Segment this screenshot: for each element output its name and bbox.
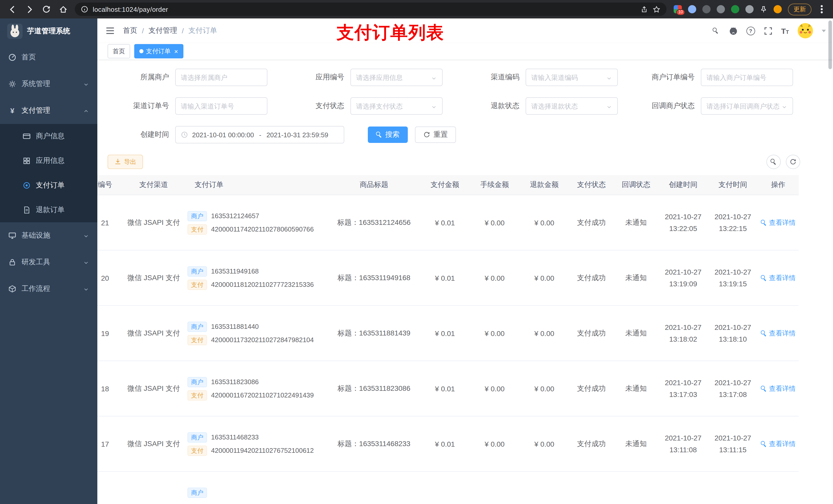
- sidebar-item-pay-order[interactable]: 支付订单: [0, 173, 97, 198]
- breadcrumb-home[interactable]: 首页: [123, 26, 137, 35]
- app-select[interactable]: [351, 69, 443, 86]
- sidebar-item-refund-order[interactable]: 退款订单: [0, 198, 97, 222]
- back-icon[interactable]: [8, 5, 17, 14]
- refund-amount: ¥ 0.00: [520, 250, 569, 306]
- sidebar-item-label: 基础设施: [22, 231, 50, 240]
- sidebar-item-merchant-info[interactable]: 商户信息: [0, 124, 97, 148]
- channel-code-select[interactable]: [526, 69, 618, 86]
- create-time-range-picker[interactable]: 2021-10-01 00:00:00 - 2021-10-31 23:59:5…: [175, 126, 344, 143]
- view-detail-link[interactable]: 查看详情: [761, 384, 795, 393]
- extension-icon-5[interactable]: [731, 5, 739, 13]
- date-separator: -: [259, 131, 261, 139]
- col-paid: 支付时间: [708, 175, 758, 195]
- reload-icon[interactable]: [42, 5, 51, 14]
- callback-status-input[interactable]: [707, 102, 779, 110]
- sidebar-item-infra[interactable]: 基础设施: [0, 222, 97, 249]
- search-icon[interactable]: [711, 26, 720, 35]
- home-icon[interactable]: [59, 5, 68, 14]
- callback-status-select[interactable]: [701, 97, 793, 115]
- site-info-icon[interactable]: [81, 6, 88, 13]
- filter-label: 应用编号: [283, 73, 351, 82]
- merchant-order-no: 1635312124657: [211, 212, 259, 220]
- help-icon[interactable]: [746, 26, 755, 35]
- breadcrumb-pay-mgmt[interactable]: 支付管理: [148, 26, 177, 35]
- order-id: 20: [97, 250, 123, 306]
- export-button[interactable]: 导出: [108, 155, 143, 169]
- cube-icon: [8, 285, 16, 293]
- refresh-table-button[interactable]: [786, 155, 800, 169]
- avatar-caret-icon[interactable]: [822, 29, 826, 32]
- channel-order-no-input[interactable]: [181, 102, 262, 110]
- close-icon[interactable]: [174, 48, 178, 54]
- filter-label: 商户订单编号: [633, 73, 701, 82]
- fee-amount: ¥ 0.00: [470, 416, 520, 472]
- share-icon[interactable]: [640, 5, 648, 13]
- filter-label: 支付状态: [283, 101, 351, 111]
- sidebar-item-workflow[interactable]: 工作流程: [0, 275, 97, 302]
- view-detail-link[interactable]: 查看详情: [761, 218, 795, 227]
- fullscreen-icon[interactable]: [764, 26, 772, 35]
- tab-pay-order[interactable]: 支付订单: [134, 44, 183, 58]
- refund-status-select[interactable]: [526, 97, 618, 115]
- sidebar-item-label: 商户信息: [36, 131, 65, 141]
- extension-icon-3[interactable]: [703, 5, 711, 13]
- app-logo[interactable]: 芋道管理系统: [0, 19, 97, 44]
- breadcrumb-separator: /: [142, 27, 144, 35]
- view-detail-link[interactable]: 查看详情: [761, 329, 795, 338]
- browser-extensions-area: 10 更新: [674, 3, 828, 15]
- sidebar-item-app-info[interactable]: 应用信息: [0, 148, 97, 173]
- search-button[interactable]: 搜索: [368, 126, 408, 143]
- url-bar[interactable]: localhost:1024/pay/order: [75, 3, 667, 16]
- view-detail-link[interactable]: 查看详情: [761, 439, 795, 449]
- browser-nav-buttons: [8, 5, 68, 14]
- browser-update-button[interactable]: 更新: [788, 3, 811, 15]
- extension-icon-1[interactable]: 10: [674, 5, 682, 13]
- browser-menu-icon[interactable]: [821, 8, 823, 10]
- merchant-badge: 商户: [188, 377, 207, 387]
- notify-status: 未通知: [614, 195, 658, 250]
- app-input[interactable]: [356, 73, 429, 81]
- toggle-search-button[interactable]: [766, 155, 781, 169]
- forward-icon[interactable]: [25, 5, 34, 14]
- product-title: 标题：1635311881439: [328, 306, 420, 361]
- merchant-order-no: 1635311468233: [211, 433, 259, 441]
- tab-home[interactable]: 首页: [108, 44, 130, 58]
- order-id: [97, 472, 123, 504]
- pin-extension-icon[interactable]: [760, 5, 767, 13]
- refund-status-input[interactable]: [531, 102, 604, 110]
- browser-profile-avatar[interactable]: [774, 5, 782, 13]
- github-icon[interactable]: [729, 26, 737, 35]
- merchant-order-no-input[interactable]: [707, 73, 787, 81]
- merchant-input[interactable]: [181, 73, 262, 81]
- sidebar-item-label: 系统管理: [22, 79, 50, 89]
- sidebar-item-payment[interactable]: ¥ 支付管理: [0, 97, 97, 124]
- merchant-select[interactable]: [175, 69, 267, 86]
- extension-icon-4[interactable]: [717, 5, 725, 13]
- channel-order-no-field[interactable]: [175, 97, 267, 115]
- channel-code-input[interactable]: [531, 73, 604, 81]
- filter-row-2: 渠道订单号 支付状态 退款状态: [108, 97, 823, 115]
- pay-status-input[interactable]: [356, 102, 429, 110]
- filter-label: 退款状态: [458, 101, 526, 111]
- font-size-icon[interactable]: [781, 27, 789, 34]
- col-fee: 手续金额: [470, 175, 520, 195]
- hamburger-icon[interactable]: [105, 26, 115, 35]
- view-detail-link[interactable]: 查看详情: [761, 273, 795, 283]
- sidebar-item-dev-tools[interactable]: 研发工具: [0, 249, 97, 275]
- pay-badge: 支付: [188, 390, 207, 400]
- created-time: 2021-10-2713:19:09: [658, 250, 708, 306]
- extension-icon-6[interactable]: [745, 5, 754, 13]
- filter-callback-status: 回调商户状态: [633, 97, 793, 115]
- date-start-value: 2021-10-01 00:00:00: [192, 131, 254, 139]
- sidebar-item-home[interactable]: 首页: [0, 44, 97, 71]
- user-avatar[interactable]: [798, 23, 813, 39]
- extension-icon-2[interactable]: [688, 5, 696, 13]
- filter-channel-order-no: 渠道订单号: [108, 97, 267, 115]
- table-header-row: 编号 支付渠道 支付订单 商品标题 支付金额 手续金额 退款金额 支付状态 回调…: [97, 175, 799, 195]
- bookmark-star-icon[interactable]: [653, 5, 660, 13]
- reset-button[interactable]: 重置: [415, 126, 456, 143]
- created-time: 2021-10-2713:17:03: [658, 361, 708, 416]
- merchant-order-no-field[interactable]: [701, 69, 793, 86]
- pay-status-select[interactable]: [351, 97, 443, 115]
- sidebar-item-system[interactable]: 系统管理: [0, 71, 97, 97]
